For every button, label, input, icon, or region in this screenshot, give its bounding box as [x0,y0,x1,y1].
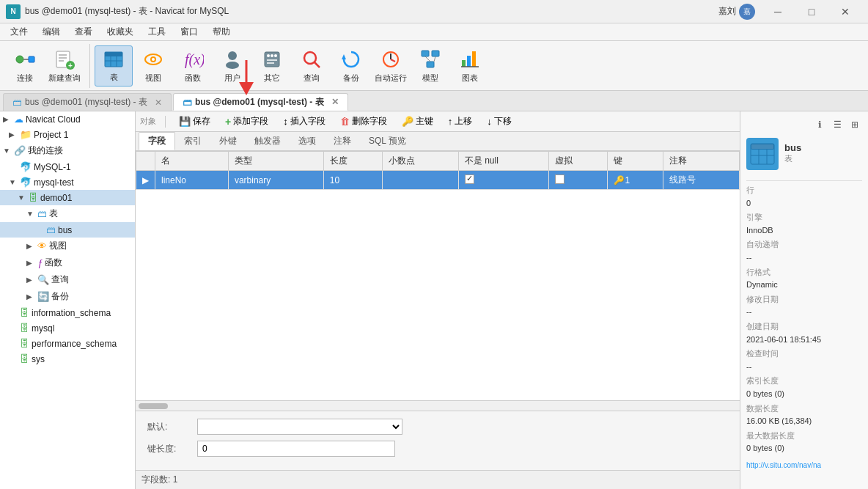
add-field-button[interactable]: + 添加字段 [221,114,273,129]
col-not-null: 不是 null [458,152,548,171]
rp-property-row: 索引长度0 bytes (0) [746,375,862,400]
rp-table-icon [746,138,779,170]
sidebar-item-views[interactable]: ▶ 👁 视图 [0,238,135,254]
expand-my-connections: ▼ [3,147,12,155]
field-virtual[interactable] [549,171,608,190]
table-row[interactable]: ▶ lineNo varbinary 10 🔑1 [136,171,740,190]
sidebar-item-my-connections[interactable]: ▼ 🔗 我的连接 [0,142,135,159]
default-input[interactable] [197,419,402,435]
sidebar-item-navicat-cloud[interactable]: ▶ ☁ Navicat Cloud [0,111,135,127]
toolbar-table-label: 表 [110,72,118,83]
toolbar-other-button[interactable]: 其它 [253,45,291,87]
sidebar-item-sys[interactable]: ▶ 🗄 sys [0,351,135,367]
func-icon: f(x) [181,48,205,71]
virtual-checkbox[interactable] [555,174,564,184]
sidebar-item-tables[interactable]: ▼ 🗃 表 [0,205,135,222]
menu-file[interactable]: 文件 [3,24,35,40]
tab-2[interactable]: 🗃 bus @demo01 (mysql-test) - 表 ✕ [173,93,348,111]
backups-label: 备份 [51,290,69,303]
menu-help[interactable]: 帮助 [205,24,238,40]
field-type[interactable]: varbinary [228,171,323,190]
footer: 字段数: 1 [136,470,740,489]
menu-edit[interactable]: 编辑 [35,24,67,40]
insert-field-button[interactable]: ↕ 插入字段 [279,114,330,129]
expand-project1: ▶ [9,130,18,139]
hscroll-thumb[interactable] [139,403,168,409]
move-up-button[interactable]: ↑ 上移 [444,114,477,129]
main-area: ▶ ☁ Navicat Cloud ▶ 📁 Project 1 ▼ 🔗 我的连接… [0,111,868,489]
not-null-checkbox[interactable] [465,174,474,184]
toolbar-table-button[interactable]: 表 [95,45,133,87]
toolbar-func-button[interactable]: f(x) 函数 [174,45,212,87]
perf-schema-icon: 🗄 [20,338,29,349]
sidebar-item-project1[interactable]: ▶ 📁 Project 1 [0,127,135,142]
subtab-index[interactable]: 索引 [175,133,210,150]
toolbar-connect-button[interactable]: 连接 [6,45,44,87]
sidebar-item-info-schema[interactable]: ▶ 🗄 information_schema [0,305,135,320]
field-not-null[interactable] [458,171,548,190]
sidebar-item-queries[interactable]: ▶ 🔍 查询 [0,271,135,288]
toolbar-backup-label: 备份 [343,73,359,84]
menu-tools[interactable]: 工具 [141,24,173,40]
col-decimal: 小数点 [383,152,459,171]
subtab-comments[interactable]: 注释 [325,133,360,150]
tab-1-close[interactable]: ✕ [155,98,162,108]
tab-1[interactable]: 🗃 bus @demo01 (mysql-test) - 表 ✕ [3,93,172,111]
sidebar-item-perf-schema[interactable]: ▶ 🗄 performance_schema [0,336,135,351]
toolbar-backup-button[interactable]: 备份 [332,45,370,87]
toolbar-group-objects: 表 视图 f(x) 函数 [95,44,495,88]
rp-properties: 行0引擎InnoDB自动递增--行格式Dynamic修改日期--创建日期2021… [746,184,862,455]
sidebar-item-bus[interactable]: ▶ 🗃 bus [0,222,135,238]
toolbar-model-button[interactable]: 模型 [411,45,449,87]
field-properties: 默认: 键长度: [136,411,740,470]
toolbar-new-query-button[interactable]: + 新建查询 [45,45,84,87]
minimize-button[interactable]: ─ [761,0,795,23]
rp-gallery-button[interactable]: ⊞ [847,117,862,132]
menu-window[interactable]: 窗口 [173,24,205,40]
sidebar-item-backups[interactable]: ▶ 🔄 备份 [0,288,135,305]
toolbar-chart-button[interactable]: 图表 [451,45,489,87]
field-decimal[interactable] [383,171,459,190]
subtab-options[interactable]: 选项 [290,133,325,150]
toolbar-new-query-label: 新建查询 [48,73,81,84]
delete-field-button[interactable]: 🗑 删除字段 [336,114,391,129]
primary-key-button[interactable]: 🔑 主键 [397,114,438,129]
sidebar-item-mysql1[interactable]: ▶ 🐬 MySQL-1 [0,159,135,174]
subtab-sql-preview[interactable]: SQL 预览 [360,133,415,150]
svg-text:f(x): f(x) [185,51,204,68]
mysql-test-label: mysql-test [34,177,74,188]
rp-info-button[interactable]: ℹ [812,117,827,132]
move-down-button[interactable]: ↓ 下移 [482,114,516,129]
tab-2-close[interactable]: ✕ [331,97,339,107]
rp-property-row: 数据长度16.00 KB (16,384) [746,402,862,428]
subtab-fields[interactable]: 字段 [139,132,175,150]
sidebar-item-demo01[interactable]: ▼ 🗄 demo01 [0,190,135,205]
maximize-button[interactable]: □ [795,0,828,23]
sidebar-item-mysql-test[interactable]: ▼ 🐬 mysql-test [0,174,135,190]
save-button[interactable]: 💾 保存 [174,114,215,129]
hscrollbar[interactable] [136,400,740,411]
delete-field-label: 删除字段 [352,115,387,128]
subtab-triggers[interactable]: 触发器 [246,133,290,150]
sidebar-item-funcs[interactable]: ▶ ƒ 函数 [0,254,135,271]
rp-property-value: -- [746,251,862,265]
subtab-foreign-key[interactable]: 外键 [210,133,246,150]
field-length[interactable]: 10 [323,171,382,190]
field-comment[interactable]: 线路号 [663,171,740,190]
key-icon: 🔑 [614,175,625,185]
menu-favorites[interactable]: 收藏夹 [100,24,141,40]
field-name[interactable]: lineNo [155,171,229,190]
toolbar-view-button[interactable]: 视图 [134,45,172,87]
rp-footer-link[interactable]: http://v.situ.com/nav/na [746,461,862,469]
autorun-icon [379,48,402,71]
rp-property-key: 行 [746,184,862,197]
sidebar-item-mysql-db[interactable]: ▶ 🗄 mysql [0,320,135,336]
toolbar-user-button[interactable]: 用户 [213,45,251,87]
toolbar-autorun-button[interactable]: 自动运行 [372,45,410,87]
rp-list-button[interactable]: ☰ [830,117,845,132]
menu-view[interactable]: 查看 [67,24,100,40]
svg-marker-28 [342,54,346,59]
close-button[interactable]: ✕ [828,0,862,23]
key-length-input[interactable] [197,441,395,457]
toolbar-query-button[interactable]: 查询 [293,45,331,87]
